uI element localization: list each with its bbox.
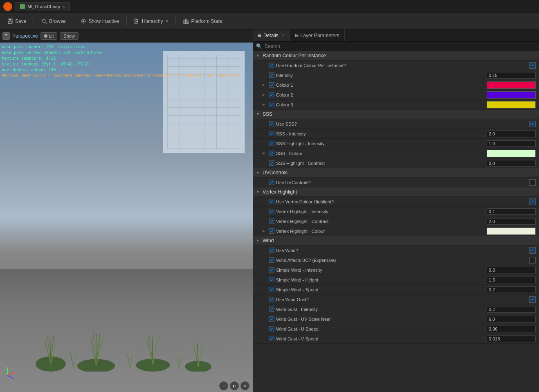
- prop-enable-check-colour2[interactable]: [269, 92, 274, 97]
- prop-checkbox-use-sss[interactable]: [529, 121, 536, 127]
- prop-number-simple-wind-intensity[interactable]: [487, 267, 536, 273]
- tab-details[interactable]: ⊟ Details ×: [253, 29, 290, 41]
- prop-number-simple-wind-height[interactable]: [487, 277, 536, 283]
- prop-number-wind-gust-u-speed[interactable]: [487, 326, 536, 332]
- prop-color-vertex-highlight-colour[interactable]: [487, 228, 536, 235]
- prop-expand-sss-colour[interactable]: ▶: [263, 151, 267, 155]
- prop-enable-check-sss-highlight-contrast[interactable]: [269, 160, 274, 166]
- prop-checkbox-use-wind[interactable]: [529, 247, 536, 254]
- prop-enable-check-wind-gust-uv-scale-near[interactable]: [269, 316, 274, 322]
- prop-enable-check-colour3[interactable]: [269, 102, 274, 107]
- prop-number-vertex-highlight-contrast[interactable]: [487, 218, 536, 225]
- section-header-wind[interactable]: ▼ Wind: [253, 236, 539, 246]
- prop-enable-check-sss-intensity[interactable]: [269, 131, 274, 136]
- prop-row-sss-intensity: SSS - Intensity: [253, 129, 539, 139]
- prop-checkbox-wind-affects-bc[interactable]: [529, 257, 536, 264]
- prop-value-container-use-uvcontrols: [529, 179, 536, 186]
- prop-enable-check-simple-wind-intensity[interactable]: [269, 267, 274, 273]
- svg-rect-8: [135, 21, 136, 22]
- show-inactive-icon: [81, 18, 86, 24]
- section-title-wind: Wind: [263, 238, 274, 243]
- tab-close-button[interactable]: ×: [63, 5, 65, 9]
- prop-number-simple-wind-speed[interactable]: [487, 286, 536, 293]
- section-header-sss[interactable]: ▼ SSS: [253, 110, 539, 119]
- prop-label-wind-gust-uv-scale-near: Wind Gust - UV Scale Near: [276, 317, 485, 322]
- prop-enable-check-vertex-highlight-contrast[interactable]: [269, 219, 274, 224]
- platform-stats-button[interactable]: Platform Stats: [179, 17, 226, 26]
- prop-checkbox-use-uvcontrols[interactable]: [529, 179, 536, 186]
- prop-label-use-wind-gust: Use Wind Gust?: [276, 297, 528, 302]
- prop-expand-vertex-highlight-colour[interactable]: ▶: [263, 229, 267, 233]
- prop-enable-check-use-vertex-colour-highlight[interactable]: [269, 199, 274, 204]
- perspective-label[interactable]: Perspective: [12, 33, 38, 39]
- prop-checkbox-use-wind-gust[interactable]: [529, 296, 536, 303]
- section-header-random-colour[interactable]: ▼ Random Colour Per Instance: [253, 51, 539, 61]
- prop-value-container-vertex-highlight-intensity: [487, 208, 536, 215]
- prop-number-wind-gust-intensity[interactable]: [487, 306, 536, 313]
- prop-expand-colour1[interactable]: ▶: [263, 83, 267, 87]
- prop-enable-check-sss-colour[interactable]: [269, 151, 274, 156]
- prop-enable-check-use-uvcontrols[interactable]: [269, 180, 274, 185]
- search-input[interactable]: [265, 43, 536, 49]
- prop-number-vertex-highlight-intensity[interactable]: [487, 208, 536, 215]
- prop-value-container-use-wind-gust: [529, 296, 536, 303]
- prop-value-container-sss-highlight-contrast: [487, 160, 536, 167]
- prop-enable-check-colour1[interactable]: [269, 82, 274, 88]
- viewport-btn-2[interactable]: ◐: [230, 381, 239, 390]
- show-button[interactable]: Show: [60, 32, 79, 40]
- prop-enable-check-vertex-highlight-intensity[interactable]: [269, 209, 274, 214]
- editor-tab[interactable]: MI_GrassCheap ×: [16, 2, 70, 11]
- prop-enable-check-wind-gust-u-speed[interactable]: [269, 326, 274, 331]
- browse-button[interactable]: Browse: [37, 17, 70, 26]
- details-tab-close[interactable]: ×: [282, 33, 285, 38]
- main-area: ☰ Perspective Lit Show: [0, 29, 539, 392]
- prop-enable-check-sss-highlight-intensity[interactable]: [269, 141, 274, 146]
- prop-enable-check-use-sss[interactable]: [269, 121, 274, 126]
- lit-button[interactable]: Lit: [40, 32, 58, 40]
- prop-enable-check-intensity[interactable]: [269, 72, 274, 78]
- prop-number-intensity[interactable]: [487, 72, 536, 79]
- prop-number-sss-intensity[interactable]: [487, 131, 536, 137]
- prop-number-wind-gust-uv-scale-near[interactable]: [487, 316, 536, 322]
- save-button[interactable]: Save: [3, 17, 30, 26]
- layer-params-tab-icon: ⊟: [295, 33, 299, 38]
- prop-color-colour1[interactable]: [487, 81, 536, 89]
- viewport-scene: [0, 43, 253, 392]
- prop-expand-colour2[interactable]: ▶: [263, 93, 267, 97]
- prop-label-use-wind: Use Wind?: [276, 248, 528, 253]
- prop-number-sss-highlight-intensity[interactable]: [487, 140, 536, 147]
- viewport-btn-3[interactable]: ●: [240, 381, 249, 390]
- prop-enable-check-use-random-colour[interactable]: [269, 63, 274, 68]
- prop-expand-colour3[interactable]: ▶: [263, 103, 267, 106]
- panel-tabs: ⊟ Details × ⊟ Layer Parameters: [253, 29, 539, 42]
- toolbar-separator-2: [73, 17, 73, 25]
- prop-row-sss-highlight-contrast: SSS Highlight - Contrast: [253, 158, 539, 168]
- prop-checkbox-use-random-colour[interactable]: [529, 62, 536, 69]
- tab-layer-parameters[interactable]: ⊟ Layer Parameters: [290, 29, 345, 41]
- prop-color-colour2[interactable]: [487, 91, 536, 99]
- section-header-vertex-highlight[interactable]: ▼ Vertex Highlight: [253, 187, 539, 197]
- svg-line-41: [128, 354, 130, 367]
- viewport-menu-button[interactable]: ☰: [2, 32, 10, 40]
- prop-enable-check-wind-gust-intensity[interactable]: [269, 306, 274, 312]
- prop-enable-check-simple-wind-height[interactable]: [269, 277, 274, 282]
- show-inactive-button[interactable]: Show Inactive: [76, 17, 123, 26]
- section-header-uvcontrols[interactable]: ▼ UVControls: [253, 168, 539, 178]
- prop-color-sss-colour[interactable]: [487, 150, 536, 157]
- prop-label-use-random-colour: Use Random Colour Per Instance?: [276, 63, 528, 68]
- prop-label-sss-intensity: SSS - Intensity: [276, 131, 485, 136]
- prop-label-sss-highlight-contrast: SSS Highlight - Contrast: [276, 161, 485, 166]
- prop-color-colour3[interactable]: [487, 101, 536, 108]
- prop-enable-check-wind-gust-v-speed[interactable]: [269, 336, 274, 341]
- prop-enable-check-simple-wind-speed[interactable]: [269, 287, 274, 292]
- prop-enable-check-use-wind[interactable]: [269, 248, 274, 253]
- debug-line-2: base pass vertex shader: 334 instruction…: [2, 50, 243, 56]
- prop-enable-check-use-wind-gust[interactable]: [269, 297, 274, 302]
- hierarchy-button[interactable]: Hierarchy: [130, 17, 172, 26]
- prop-number-sss-highlight-contrast[interactable]: [487, 160, 536, 167]
- viewport-btn-1[interactable]: ○: [219, 381, 228, 390]
- prop-enable-check-vertex-highlight-colour[interactable]: [269, 228, 274, 234]
- prop-number-wind-gust-v-speed[interactable]: [487, 336, 536, 342]
- prop-enable-check-wind-affects-bc[interactable]: [269, 257, 274, 263]
- prop-checkbox-use-vertex-colour-highlight[interactable]: [529, 198, 536, 205]
